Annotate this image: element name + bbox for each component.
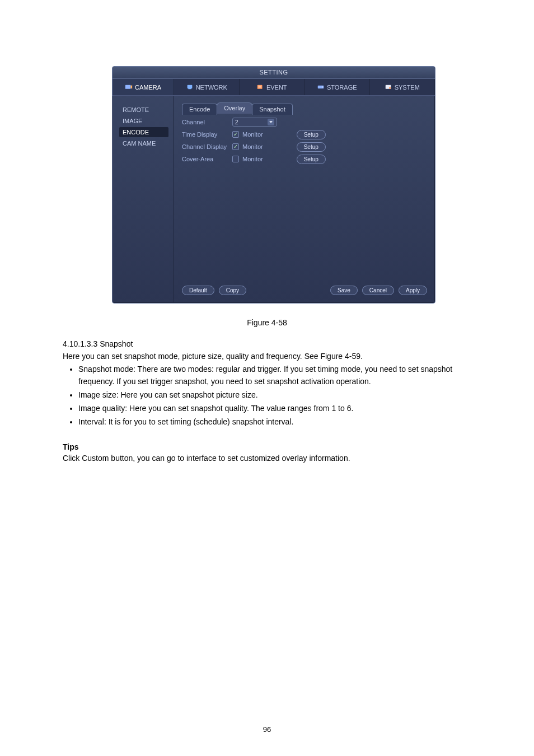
intro-text: Here you can set snapshot mode, picture …	[63, 351, 471, 362]
monitor-label: Monitor	[242, 131, 263, 138]
network-icon	[186, 84, 194, 91]
sidebar-item-remote[interactable]: REMOTE	[119, 105, 168, 115]
time-display-label: Time Display	[182, 131, 232, 138]
top-nav: CAMERA NETWORK EVENT STORAGE SYSTEM	[113, 79, 435, 96]
dialog-content: REMOTE IMAGE ENCODE CAM NAME Encode Over…	[113, 96, 435, 303]
list-item: Snapshot mode: There are two modes: regu…	[78, 363, 471, 388]
figure-caption: Figure 4-58	[0, 318, 534, 327]
svg-rect-2	[187, 85, 192, 88]
svg-point-10	[389, 87, 391, 89]
svg-marker-11	[269, 121, 273, 123]
sidebar-item-cam-name[interactable]: CAM NAME	[119, 138, 168, 148]
channel-label: Channel	[182, 119, 232, 125]
channel-select[interactable]: 2	[232, 118, 277, 127]
svg-rect-5	[258, 86, 261, 86]
row-channel-display: Channel Display Monitor Setup	[182, 141, 427, 152]
apply-button[interactable]: Apply	[399, 286, 427, 295]
storage-icon	[317, 84, 325, 91]
dialog-title: SETTING	[113, 67, 435, 79]
svg-rect-0	[125, 85, 131, 88]
time-display-checkbox[interactable]	[232, 131, 239, 138]
sidebar: REMOTE IMAGE ENCODE CAM NAME	[113, 96, 174, 303]
bullet-list: Snapshot mode: There are two modes: regu…	[78, 363, 471, 429]
list-item: Image size: Here you can set snapshot pi…	[78, 389, 471, 401]
nav-storage[interactable]: STORAGE	[305, 79, 370, 95]
row-time-display: Time Display Monitor Setup	[182, 129, 427, 140]
tab-snapshot[interactable]: Snapshot	[252, 104, 292, 115]
nav-label: NETWORK	[196, 84, 227, 91]
svg-point-8	[322, 86, 324, 87]
main-panel: Encode Overlay Snapshot Channel 2 Time D…	[174, 96, 435, 303]
sidebar-item-encode[interactable]: ENCODE	[119, 127, 168, 137]
event-icon	[256, 84, 264, 91]
section-heading: 4.10.1.3.3 Snapshot	[63, 339, 133, 348]
list-item: Interval: It is for you to set timing (s…	[78, 416, 471, 428]
nav-label: EVENT	[266, 84, 287, 91]
tips-heading: Tips	[63, 442, 79, 451]
cover-area-label: Cover-Area	[182, 156, 232, 162]
time-display-setup-button[interactable]: Setup	[297, 130, 326, 139]
default-button[interactable]: Default	[182, 286, 214, 295]
save-button[interactable]: Save	[330, 286, 358, 295]
footer-buttons: Default Copy Save Cancel Apply	[182, 286, 427, 295]
monitor-label: Monitor	[242, 156, 263, 162]
nav-label: SYSTEM	[395, 84, 420, 91]
channel-display-label: Channel Display	[182, 143, 232, 150]
row-cover-area: Cover-Area Monitor Setup	[182, 153, 427, 165]
nav-label: CAMERA	[135, 84, 161, 91]
list-item: Image quality: Here you can set snapshot…	[78, 402, 471, 414]
svg-rect-6	[258, 87, 261, 87]
copy-button[interactable]: Copy	[219, 286, 246, 295]
page-number: 96	[0, 725, 534, 734]
channel-display-setup-button[interactable]: Setup	[297, 142, 326, 152]
nav-network[interactable]: NETWORK	[174, 79, 240, 95]
nav-event[interactable]: EVENT	[240, 79, 305, 95]
chevron-down-icon	[268, 119, 274, 125]
monitor-label: Monitor	[242, 143, 263, 150]
nav-label: STORAGE	[327, 84, 357, 91]
channel-display-checkbox[interactable]	[232, 143, 239, 150]
settings-dialog: SETTING CAMERA NETWORK EVENT STORAGE	[112, 66, 435, 304]
channel-value: 2	[235, 119, 238, 125]
nav-system[interactable]: SYSTEM	[370, 79, 435, 95]
row-channel: Channel 2	[182, 116, 427, 128]
cover-area-checkbox[interactable]	[232, 156, 239, 162]
tips-body-text: Click Custom button, you can go to inter…	[63, 454, 471, 463]
svg-marker-1	[130, 85, 132, 88]
system-icon	[385, 84, 392, 91]
sidebar-item-image[interactable]: IMAGE	[119, 116, 168, 126]
tab-encode[interactable]: Encode	[182, 104, 217, 115]
cover-area-setup-button[interactable]: Setup	[297, 155, 326, 164]
tab-body: Channel 2 Time Display Monitor Setup	[182, 113, 427, 175]
tab-overlay[interactable]: Overlay	[217, 102, 252, 114]
camera-icon	[125, 84, 133, 91]
tabs: Encode Overlay Snapshot	[182, 102, 427, 114]
cancel-button[interactable]: Cancel	[362, 286, 394, 295]
nav-camera[interactable]: CAMERA	[113, 79, 174, 95]
svg-rect-3	[188, 88, 191, 88]
